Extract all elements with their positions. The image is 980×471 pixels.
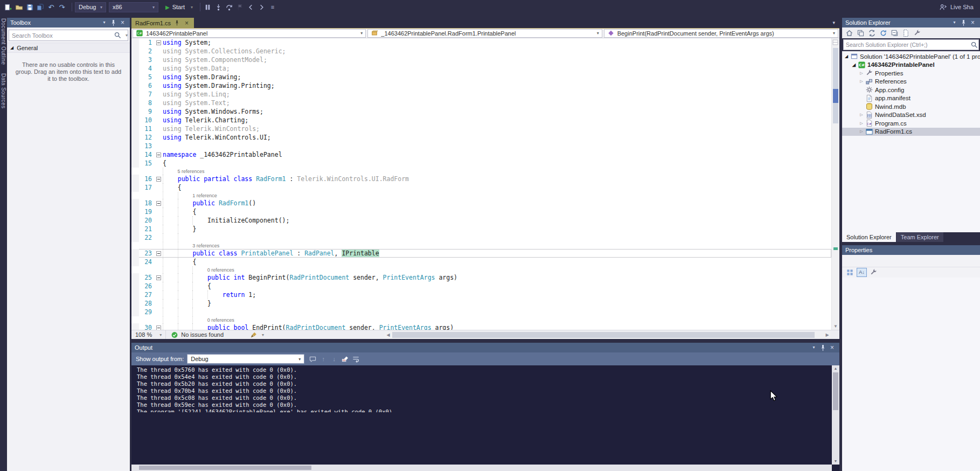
- breakpoint-margin[interactable]: [131, 273, 139, 282]
- switch-views-icon[interactable]: [856, 29, 866, 38]
- collapse-all-icon[interactable]: [889, 29, 900, 38]
- breakpoint-margin[interactable]: [131, 175, 139, 183]
- breakpoint-margin[interactable]: [131, 216, 139, 225]
- hscrollbar-thumb[interactable]: [392, 332, 815, 338]
- scrollbar-thumb[interactable]: [833, 372, 838, 410]
- output-vertical-scrollbar[interactable]: ▲ ▼: [832, 365, 839, 465]
- step-into-icon[interactable]: [214, 2, 224, 12]
- expander-icon[interactable]: ◢: [843, 54, 850, 59]
- tab-solution-explorer[interactable]: Solution Explorer: [842, 232, 896, 242]
- breakpoint-margin[interactable]: [131, 207, 139, 216]
- toolbox-section-general[interactable]: ◢ General: [7, 43, 130, 53]
- breakpoint-margin[interactable]: [131, 107, 139, 116]
- outlining-margin[interactable]: [154, 40, 163, 45]
- breakpoint-margin[interactable]: [131, 323, 139, 330]
- breakpoint-margin[interactable]: [131, 150, 139, 159]
- code-editor[interactable]: 1using System;2using System.Collections.…: [131, 38, 839, 330]
- tab-data-sources[interactable]: Data Sources: [1, 73, 6, 108]
- code-text[interactable]: using System.Data;: [163, 65, 230, 72]
- code-text[interactable]: using System.Drawing.Printing;: [163, 82, 275, 89]
- code-text[interactable]: using System.Drawing;: [163, 73, 241, 81]
- breakpoint-margin[interactable]: [131, 282, 139, 290]
- tree-item[interactable]: App.config: [842, 86, 980, 94]
- close-icon[interactable]: ×: [119, 19, 127, 27]
- expander-icon[interactable]: ▷: [858, 113, 865, 117]
- outlining-margin[interactable]: [154, 177, 163, 182]
- window-position-icon[interactable]: ▾: [810, 344, 818, 352]
- tree-item[interactable]: Nwind.mdb: [842, 102, 980, 111]
- tab-list-chevron[interactable]: ▾: [832, 20, 835, 25]
- live-share-button[interactable]: Live Sha: [938, 2, 977, 12]
- breakpoint-margin[interactable]: [131, 142, 139, 150]
- breakpoint-margin[interactable]: [131, 81, 139, 90]
- tab-team-explorer[interactable]: Team Explorer: [896, 232, 943, 242]
- code-text[interactable]: {: [163, 258, 196, 266]
- navigate-backward-icon[interactable]: [246, 2, 256, 12]
- breakpoint-margin[interactable]: [131, 99, 139, 107]
- breakpoint-margin[interactable]: [131, 225, 139, 233]
- solution-platform-combo[interactable]: x86▾: [109, 2, 158, 12]
- editor-vertical-scrollbar[interactable]: ▲ ▼: [831, 38, 839, 330]
- split-editor-icon[interactable]: [832, 39, 839, 46]
- step-over-icon[interactable]: [225, 2, 234, 12]
- pin-icon[interactable]: [819, 344, 827, 352]
- scroll-down-arrow[interactable]: ▼: [832, 323, 839, 330]
- code-text[interactable]: {: [163, 282, 211, 290]
- next-message-icon[interactable]: ↓: [329, 354, 339, 364]
- search-options-chevron[interactable]: ▾: [126, 33, 128, 38]
- code-text[interactable]: using System.Windows.Forms;: [163, 108, 263, 115]
- collapse-region-icon[interactable]: [156, 153, 161, 157]
- code-text[interactable]: using Telerik.Charting;: [163, 116, 248, 124]
- breakpoint-margin[interactable]: [131, 116, 139, 124]
- output-console[interactable]: The thread 0x5760 has exited with code 0…: [131, 365, 839, 471]
- nav-project-combo[interactable]: C# 1463462PrintablePanel ▾: [133, 29, 366, 38]
- tree-item[interactable]: ▷RadForm1.cs: [842, 128, 980, 136]
- codelens-references-link[interactable]: 5 references: [178, 169, 205, 174]
- undo-icon[interactable]: ↶: [46, 2, 56, 12]
- window-position-icon[interactable]: ▾: [100, 19, 108, 27]
- save-all-icon[interactable]: [36, 2, 45, 12]
- collapse-region-icon[interactable]: [156, 201, 161, 206]
- collapse-region-icon[interactable]: [156, 251, 161, 256]
- debug-configuration-combo[interactable]: Debug▾: [75, 2, 106, 12]
- show-all-files-icon[interactable]: [901, 29, 911, 38]
- alphabetical-icon[interactable]: A↓: [857, 268, 867, 277]
- property-pages-icon[interactable]: [868, 268, 879, 277]
- breakpoint-margin[interactable]: [131, 64, 139, 73]
- code-text[interactable]: namespace _1463462PrintablePanel: [163, 151, 282, 158]
- breakpoint-margin[interactable]: [131, 133, 139, 142]
- save-icon[interactable]: [25, 2, 34, 12]
- expander-icon[interactable]: ▷: [858, 71, 865, 75]
- breakpoint-margin[interactable]: [131, 199, 139, 207]
- document-health-indicator[interactable]: No issues found: [166, 331, 228, 338]
- sync-with-active-document-icon[interactable]: [867, 29, 877, 38]
- breakpoint-margin[interactable]: [131, 308, 139, 316]
- breakpoint-margin[interactable]: [131, 290, 139, 299]
- code-text[interactable]: public class PrintablePanel : RadPanel, …: [163, 250, 379, 257]
- window-position-icon[interactable]: ▾: [950, 19, 958, 27]
- collapse-region-icon[interactable]: [156, 275, 161, 280]
- outlining-margin[interactable]: [154, 153, 163, 157]
- code-text[interactable]: {: [163, 160, 166, 167]
- new-project-icon[interactable]: [3, 2, 13, 12]
- pin-tab-icon[interactable]: [173, 19, 180, 26]
- search-icon[interactable]: [970, 40, 978, 50]
- code-text[interactable]: }: [163, 225, 196, 233]
- code-text[interactable]: {: [163, 184, 182, 191]
- code-cleanup-button[interactable]: ▾: [250, 331, 264, 338]
- code-text[interactable]: using System;: [163, 39, 211, 46]
- code-text[interactable]: using Telerik.WinControls.UI;: [163, 134, 271, 141]
- scroll-left-arrow[interactable]: ◀: [385, 331, 392, 338]
- breakpoint-margin[interactable]: [131, 233, 139, 242]
- breakpoint-margin[interactable]: [131, 299, 139, 308]
- codelens-references-link[interactable]: 3 references: [192, 243, 219, 248]
- word-wrap-icon[interactable]: [351, 354, 360, 364]
- scroll-up-arrow[interactable]: ▲: [832, 365, 839, 372]
- collapse-region-icon[interactable]: [156, 325, 161, 330]
- previous-message-icon[interactable]: ↑: [318, 354, 328, 364]
- code-text[interactable]: {: [163, 208, 196, 216]
- close-icon[interactable]: ×: [828, 344, 836, 352]
- nav-type-combo[interactable]: _1463462PrintablePanel.RadForm1.Printabl…: [367, 29, 602, 38]
- editor-horizontal-scrollbar[interactable]: ◀ ▶: [385, 331, 831, 338]
- solution-explorer-search-input[interactable]: [844, 41, 970, 48]
